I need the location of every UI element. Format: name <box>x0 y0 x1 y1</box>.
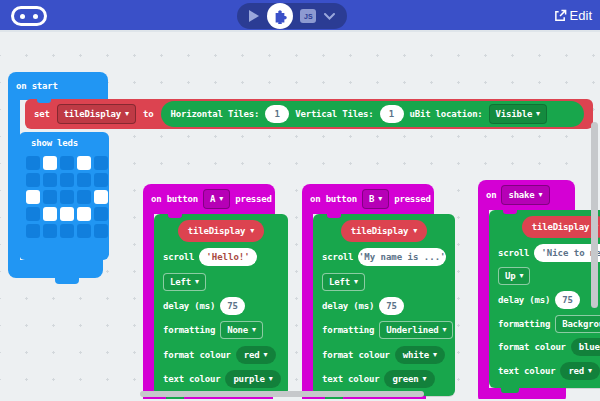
on-button-b-block[interactable]: on button B ▾ pressed <box>302 184 434 214</box>
tiledisplay-dropdown[interactable]: tileDisplay ▾ <box>522 216 600 238</box>
delay-field[interactable]: 75 <box>555 291 580 309</box>
button-dropdown[interactable]: A ▾ <box>203 189 230 209</box>
led-off[interactable] <box>60 190 74 204</box>
chevron-down-icon: ▾ <box>354 278 358 286</box>
direction-dropdown[interactable]: Up ▾ <box>498 267 530 285</box>
chevron-down-icon: ▾ <box>536 110 540 118</box>
tiledisplay-dropdown[interactable]: tileDisplay ▾ <box>341 220 427 242</box>
format-colour-value: white <box>403 350 429 360</box>
text-colour-dropdown[interactable]: purple ▾ <box>225 370 280 388</box>
gesture-dropdown[interactable]: shake ▾ <box>501 185 549 205</box>
led-off[interactable] <box>26 156 40 170</box>
direction-dropdown[interactable]: Left ▾ <box>163 273 206 291</box>
tiledisplay-scroll-block[interactable]: tileDisplay ▾ scroll 'Nice to me Up ▾ de… <box>489 210 600 388</box>
led-off[interactable] <box>43 190 57 204</box>
on-shake-block[interactable]: on shake ▾ <box>478 180 575 210</box>
event-spine[interactable] <box>478 210 489 388</box>
led-off[interactable] <box>94 224 108 238</box>
led-on[interactable] <box>94 190 108 204</box>
led-off[interactable] <box>26 207 40 221</box>
show-leds-block[interactable]: show leds <box>19 132 109 260</box>
chevron-down-icon: ▾ <box>442 326 446 334</box>
format-colour-label: format colour <box>498 342 566 352</box>
scroll-text-field[interactable]: 'Hello!' <box>199 248 256 266</box>
led-off[interactable] <box>43 173 57 187</box>
text-colour-dropdown[interactable]: red ▾ <box>560 362 600 380</box>
formatting-dropdown[interactable]: None ▾ <box>220 321 263 339</box>
ubit-location-label: uBit location: <box>410 109 483 119</box>
tiledisplay-scroll-block[interactable]: tileDisplay ▾ scroll 'My name is ...' Le… <box>313 214 455 396</box>
led-off[interactable] <box>94 156 108 170</box>
scroll-label: scroll <box>498 248 529 258</box>
horizontal-tiles-field[interactable]: 1 <box>265 105 289 123</box>
horizontal-tiles-label: Horizontal Tiles: <box>171 109 260 119</box>
format-colour-dropdown[interactable]: red ▾ <box>236 346 276 364</box>
led-off[interactable] <box>77 190 91 204</box>
formatting-dropdown[interactable]: Background ▾ <box>555 315 600 333</box>
led-off[interactable] <box>26 224 40 238</box>
chevron-down-icon: ▾ <box>519 272 523 280</box>
led-off[interactable] <box>94 173 108 187</box>
edit-button[interactable]: Edit <box>554 8 592 23</box>
create-tiledisplay-block[interactable]: Horizontal Tiles: 1 Vertical Tiles: 1 uB… <box>161 101 584 127</box>
delay-label: delay (ms) <box>498 295 550 305</box>
chevron-down-icon: ▾ <box>378 195 382 203</box>
on-start-block[interactable]: on start <box>8 72 108 100</box>
led-off[interactable] <box>77 173 91 187</box>
tiledisplay-dropdown[interactable]: tileDisplay ▾ <box>178 220 264 242</box>
block-tab <box>501 388 519 393</box>
ubit-location-dropdown[interactable]: Visible ▾ <box>489 104 548 124</box>
delay-field[interactable]: 75 <box>379 297 404 315</box>
play-icon[interactable] <box>249 10 259 22</box>
led-off[interactable] <box>94 207 108 221</box>
set-label: set <box>34 109 50 119</box>
on-start-foot[interactable] <box>8 260 103 278</box>
variable-dropdown[interactable]: tileDisplay ▾ <box>57 104 136 124</box>
chevron-down-icon: ▾ <box>413 227 417 235</box>
chevron-down-icon: ▾ <box>195 278 199 286</box>
vertical-scrollbar[interactable] <box>591 122 598 308</box>
direction-dropdown[interactable]: Left ▾ <box>322 273 365 291</box>
chevron-down-icon[interactable] <box>324 13 335 20</box>
text-colour-value: green <box>392 374 418 384</box>
blocks-workspace[interactable]: on start set tileDisplay ▾ to Horizontal… <box>0 32 600 399</box>
event-foot[interactable] <box>478 388 566 399</box>
led-on[interactable] <box>43 207 57 221</box>
block-notch <box>327 214 341 218</box>
microbit-logo-icon[interactable] <box>11 6 47 26</box>
event-label: on button <box>151 194 198 204</box>
event-spine[interactable] <box>143 214 154 396</box>
led-off[interactable] <box>26 173 40 187</box>
formatting-dropdown[interactable]: Underlined ▾ <box>379 321 453 339</box>
delay-field[interactable]: 75 <box>220 297 245 315</box>
blocks-mode-button[interactable] <box>267 3 293 29</box>
show-leds-label: show leds <box>31 138 105 148</box>
led-on[interactable] <box>77 156 91 170</box>
led-on[interactable] <box>43 156 57 170</box>
on-button-a-block[interactable]: on button A ▾ pressed <box>143 184 275 214</box>
button-dropdown[interactable]: B ▾ <box>362 189 389 209</box>
led-off[interactable] <box>60 224 74 238</box>
text-colour-dropdown[interactable]: green ▾ <box>384 370 434 388</box>
format-colour-dropdown[interactable]: white ▾ <box>395 346 445 364</box>
block-notch <box>503 210 517 214</box>
tiledisplay-name: tileDisplay <box>532 222 589 232</box>
vertical-tiles-field[interactable]: 1 <box>380 105 404 123</box>
tiledisplay-scroll-block[interactable]: tileDisplay ▾ scroll 'Hello!' Left ▾ del… <box>154 214 288 396</box>
led-on[interactable] <box>60 207 74 221</box>
horizontal-scrollbar[interactable] <box>140 391 424 397</box>
javascript-mode-button[interactable]: JS <box>300 9 316 23</box>
format-colour-dropdown[interactable]: blue ▾ <box>571 338 600 356</box>
top-bar: JS Edit <box>0 0 600 32</box>
event-spine[interactable] <box>302 214 313 396</box>
led-off[interactable] <box>43 224 57 238</box>
led-on[interactable] <box>26 190 40 204</box>
vertical-tiles-label: Vertical Tiles: <box>295 109 373 119</box>
led-off[interactable] <box>60 156 74 170</box>
scroll-text-field[interactable]: 'My name is ...' <box>358 248 446 266</box>
led-off[interactable] <box>77 224 91 238</box>
led-off[interactable] <box>60 173 74 187</box>
chevron-down-icon: ▾ <box>250 227 254 235</box>
led-on[interactable] <box>77 207 91 221</box>
set-variable-block[interactable]: set tileDisplay ▾ to Horizontal Tiles: 1… <box>25 99 593 129</box>
